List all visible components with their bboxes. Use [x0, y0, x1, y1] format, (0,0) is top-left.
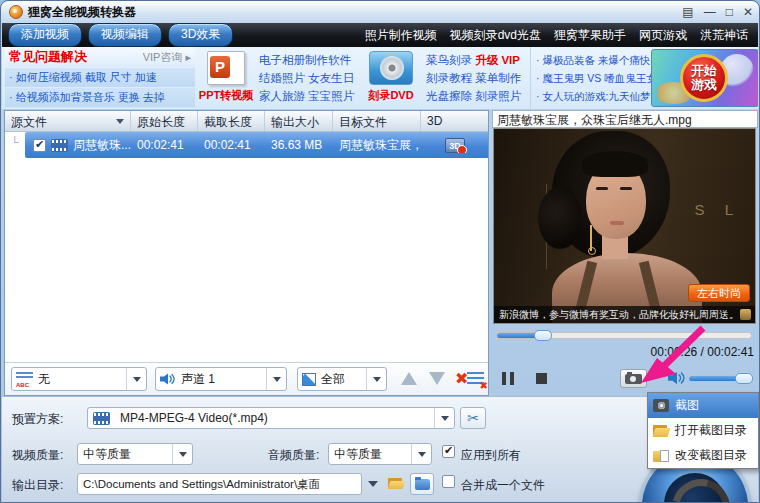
3d-status-badge[interactable]: 3D — [445, 138, 465, 153]
ad-banner: 常见问题解决 VIP咨询 ▸ · 如何压缩视频 截取 尺寸 加速 · 给视频添加… — [2, 47, 758, 109]
speaker-icon — [160, 372, 176, 386]
subtitle-combo[interactable]: 无 — [11, 367, 147, 391]
menu-apple-assistant[interactable]: 狸窝苹果助手 — [554, 27, 626, 44]
move-up-button[interactable] — [401, 372, 417, 385]
angle-value: 全部 — [316, 371, 366, 388]
burn-link-1a: 菜鸟刻录 — [426, 54, 475, 66]
3d-effect-button[interactable]: 3D效果 — [168, 23, 233, 47]
burn-link-2[interactable]: 刻录教程 菜单制作 — [426, 69, 526, 87]
video-preview[interactable]: S L 左右时尚 新浪微博，参与微博有奖互动，品牌化妆好礼周周送。 — [493, 128, 756, 324]
menu-burn-dvd[interactable]: 视频刻录dvd光盘 — [450, 27, 541, 44]
column-target-file[interactable]: 目标文件 — [333, 111, 421, 131]
close-button[interactable]: ✕ — [743, 6, 753, 18]
window-menu-icon[interactable]: ▤ — [682, 6, 693, 18]
row-checkbox[interactable] — [33, 139, 46, 152]
ppt-to-video-link[interactable]: PPT转视频 — [196, 88, 256, 103]
menu-strip: 添加视频 视频编辑 3D效果 照片制作视频 视频刻录dvd光盘 狸窝苹果助手 网… — [2, 23, 758, 47]
preset-combo[interactable]: MP4-MPEG-4 Video(*.mp4) — [87, 407, 455, 429]
camera-icon — [653, 399, 669, 412]
menu-item-open-snapshot-dir[interactable]: 打开截图目录 — [648, 418, 758, 443]
pause-button[interactable] — [502, 372, 514, 385]
album-link-2[interactable]: 结婚照片 女友生日 — [259, 69, 359, 87]
preset-settings-button[interactable]: ✂ — [460, 407, 486, 429]
burn-link-1[interactable]: 菜鸟刻录 升级 VIP — [426, 51, 526, 69]
output-dir-arrow-icon[interactable] — [368, 481, 378, 487]
apply-to-all-checkbox[interactable] — [442, 445, 455, 458]
maximize-button[interactable]: □ — [726, 6, 733, 18]
annotation-arrow — [601, 321, 721, 391]
minimize-button[interactable]: — — [704, 6, 716, 18]
row-cut-length: 00:02:41 — [198, 138, 265, 152]
angle-icon — [302, 373, 316, 386]
column-original-length[interactable]: 原始长度 — [131, 111, 198, 131]
ad-dvd-block[interactable]: 刻录DVD — [360, 47, 422, 109]
start-game-button[interactable]: 开始 游戏 — [680, 54, 728, 102]
game-link-2[interactable]: · 魔王鬼男 VS 嗜血鬼王女仆 — [536, 69, 650, 87]
audio-track-combo[interactable]: 声道 1 — [155, 367, 287, 391]
powerpoint-icon — [207, 51, 245, 85]
file-table-header: 源文件 原始长度 截取长度 输出大小 目标文件 3D — [5, 111, 488, 132]
video-edit-button[interactable]: 视频编辑 — [88, 23, 162, 47]
backdrop-brand-text: S L — [694, 201, 741, 218]
column-output-size[interactable]: 输出大小 — [265, 111, 333, 131]
open-folder-icon — [388, 478, 404, 490]
subject-hair-bun — [538, 187, 582, 249]
game-banner[interactable]: 开始 游戏 — [651, 49, 758, 107]
preset-combo-arrow-icon[interactable] — [434, 408, 454, 428]
output-dir-combo[interactable]: C:\Documents and Settings\Administrator\… — [77, 473, 362, 495]
vip-consult-link[interactable]: VIP咨询 ▸ — [143, 50, 191, 65]
menu-item-change-snapshot-dir[interactable]: 改变截图目录 — [648, 443, 758, 468]
subject-bangs — [582, 151, 648, 177]
game-link-3[interactable]: · 女人玩的游戏:九天仙梦 go — [536, 87, 650, 105]
menu-web-games[interactable]: 网页游戏 — [639, 27, 687, 44]
menu-item-change-dir-label: 改变截图目录 — [675, 447, 747, 464]
video-quality-combo[interactable]: 中等质量 — [77, 443, 193, 465]
title-bar: 狸窝全能视频转换器 ▤ — □ ✕ — [1, 1, 759, 23]
subtitle-combo-arrow-icon[interactable] — [126, 368, 146, 390]
sort-arrow-icon — [116, 119, 124, 124]
merge-files-checkbox[interactable] — [442, 475, 455, 488]
open-folder-icon — [653, 425, 669, 437]
game-link-1[interactable]: · 爆极品装备 来爆个痛快↓ — [536, 51, 650, 69]
faq-link-2[interactable]: · 给视频添加背景音乐 更换 去掉 — [5, 88, 195, 107]
column-source-label: 源文件 — [11, 115, 47, 129]
progress-thumb[interactable] — [534, 330, 552, 341]
preset-format-icon — [93, 412, 110, 425]
menu-photo-to-video[interactable]: 照片制作视频 — [365, 27, 437, 44]
stop-button[interactable] — [536, 373, 547, 384]
move-down-button[interactable] — [429, 372, 445, 385]
faq-link-1[interactable]: · 如何压缩视频 截取 尺寸 加速 — [5, 68, 195, 87]
burn-dvd-link[interactable]: 刻录DVD — [360, 88, 422, 103]
column-3d[interactable]: 3D — [421, 111, 488, 131]
audio-combo-arrow-icon[interactable] — [266, 368, 286, 390]
row-source-name: 周慧敏珠... — [73, 137, 131, 154]
browse-output-dir-button[interactable] — [410, 473, 434, 495]
clear-list-button[interactable] — [467, 372, 484, 386]
video-frame: S L 左右时尚 新浪微博，参与微博有奖互动，品牌化妆好礼周周送。 — [494, 129, 755, 323]
column-cut-length[interactable]: 截取长度 — [198, 111, 265, 131]
snapshot-menu: 截图 打开截图目录 改变截图目录 — [647, 392, 759, 469]
angle-combo-arrow-icon[interactable] — [366, 368, 386, 390]
audio-quality-combo[interactable]: 中等质量 — [328, 443, 432, 465]
album-link-3[interactable]: 家人旅游 宝宝照片 — [259, 87, 359, 105]
start-game-line2: 游戏 — [691, 78, 717, 92]
burn-link-3[interactable]: 光盘擦除 刻录照片 — [426, 87, 526, 105]
video-quality-arrow-icon[interactable] — [172, 444, 192, 464]
audio-quality-arrow-icon[interactable] — [411, 444, 431, 464]
volume-thumb[interactable] — [735, 373, 753, 384]
change-folder-icon — [653, 450, 669, 462]
dvd-disc-icon — [369, 51, 413, 85]
open-output-dir-button[interactable] — [384, 473, 408, 495]
angle-combo[interactable]: 全部 — [297, 367, 387, 391]
menu-honghuang-game[interactable]: 洪荒神话 — [700, 27, 748, 44]
table-row[interactable]: └ 周慧敏珠... 00:02:41 00:02:41 36.63 MB 周慧敏… — [5, 132, 488, 158]
ad-game-links-block: · 爆极品装备 来爆个痛快↓ · 魔王鬼男 VS 嗜血鬼王女仆 · 女人玩的游戏… — [530, 47, 650, 109]
merge-files-label: 合并成一个文件 — [461, 477, 545, 494]
burn-link-vip[interactable]: 升级 VIP — [475, 54, 520, 66]
menu-item-snapshot[interactable]: 截图 — [648, 393, 758, 418]
album-link-1[interactable]: 电子相册制作软件 — [259, 51, 359, 69]
add-video-button[interactable]: 添加视频 — [8, 23, 82, 47]
start-game-line1: 开始 — [691, 64, 717, 78]
ad-ppt-block[interactable]: PPT转视频 — [196, 47, 256, 109]
column-source-file[interactable]: 源文件 — [5, 111, 131, 131]
